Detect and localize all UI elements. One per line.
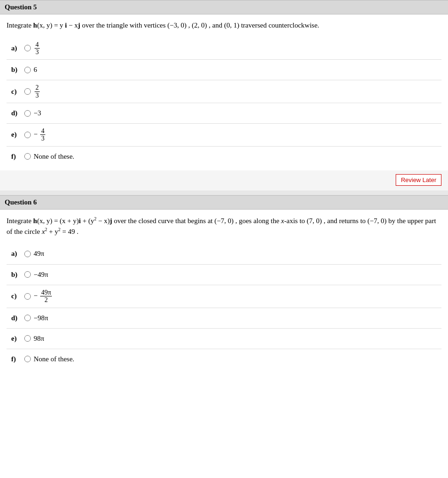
q5-j-vec: j (78, 21, 80, 29)
q5-label-d: d) (11, 109, 24, 117)
question-5-section: Question 5 Integrate h(x, y) = y i − xj … (0, 0, 448, 190)
q5-option-f: f) None of these. (7, 146, 441, 167)
q6-options-list: a) 49π b) −49π c) − 49π 2 (7, 244, 441, 369)
q5-option-a: a) 4 3 (7, 37, 441, 60)
q6-option-d: d) −98π (7, 308, 441, 328)
q6-radio-c[interactable] (24, 293, 31, 300)
q6-radio-f[interactable] (24, 356, 31, 362)
q5-option-b: b) 6 (7, 59, 441, 80)
q5-option-c: c) 2 3 (7, 80, 441, 103)
q6-radio-d[interactable] (24, 315, 31, 321)
q6-radio-a[interactable] (24, 251, 31, 257)
q5-option-e: e) − 4 3 (7, 123, 441, 146)
q5-label-b: b) (11, 66, 24, 74)
question-6-title: Question 6 (5, 198, 37, 206)
q6-option-e: e) 98π (7, 328, 441, 349)
q6-value-a: 49π (34, 250, 44, 258)
q6-text-intro: Integrate (7, 217, 33, 225)
q6-value-f: None of these. (34, 355, 74, 363)
question-6-body: Integrate h(x, y) = (x + y)i + (y2 − x)j… (0, 210, 448, 373)
q5-fraction-a: 4 3 (35, 41, 40, 56)
question-6-header: Question 6 (0, 195, 448, 210)
q6-option-a: a) 49π (7, 244, 441, 264)
q5-frac-a-den: 3 (35, 49, 40, 56)
q6-fraction-c: 49π 2 (40, 289, 52, 304)
q6-value-e: 98π (34, 335, 44, 343)
q5-value-e: − 4 3 (34, 127, 46, 142)
q6-option-c: c) − 49π 2 (7, 285, 441, 308)
q5-review-later-row: Review Later (0, 170, 448, 190)
q5-option-d: d) −3 (7, 103, 441, 123)
q5-radio-e[interactable] (24, 132, 31, 138)
q6-radio-b[interactable] (24, 271, 31, 278)
q5-value-f: None of these. (34, 153, 74, 161)
q6-option-b: b) −49π (7, 264, 441, 285)
q5-value-d: −3 (34, 109, 41, 117)
q5-review-later-label: Review Later (401, 176, 436, 183)
q5-minus: − x (67, 21, 78, 29)
q5-frac-c-num: 2 (35, 84, 40, 91)
question-5-body: Integrate h(x, y) = y i − xj over the tr… (0, 14, 448, 170)
q6-value-c: − 49π 2 (34, 289, 53, 304)
q5-options-list: a) 4 3 b) 6 c) (7, 37, 441, 167)
q5-value-c: 2 3 (34, 84, 41, 99)
q5-frac-a-num: 4 (35, 41, 40, 49)
q5-fraction-e: 4 3 (40, 127, 45, 142)
q6-plus: + (y2 − x) (81, 217, 110, 225)
q5-text-intro: Integrate (7, 21, 33, 29)
q6-frac-c-num: 49π (40, 289, 52, 296)
q5-radio-f[interactable] (24, 153, 31, 160)
q6-value-b: −49π (34, 271, 48, 279)
q6-label-f: f) (11, 355, 24, 363)
q5-math-xy: (x, y) = y (37, 21, 63, 29)
q5-label-e: e) (11, 131, 24, 139)
question-5-text: Integrate h(x, y) = y i − xj over the tr… (7, 20, 441, 31)
q6-radio-e[interactable] (24, 335, 31, 342)
q5-value-a: 4 3 (34, 41, 41, 56)
q5-radio-a[interactable] (24, 45, 31, 51)
question-5-title: Question 5 (5, 3, 37, 11)
question-6-section: Question 6 Integrate h(x, y) = (x + y)i … (0, 195, 448, 373)
q6-label-c: c) (11, 292, 24, 300)
q6-math-xy: (x, y) = (x + y) (37, 217, 78, 225)
q6-label-b: b) (11, 271, 24, 279)
q5-radio-d[interactable] (24, 110, 31, 117)
q6-label-a: a) (11, 250, 24, 258)
question-6-text: Integrate h(x, y) = (x + y)i + (y2 − x)j… (7, 215, 441, 237)
q5-text-rest: over the triangle with vertices (−3, 0) … (82, 21, 320, 29)
q5-frac-c-den: 3 (35, 92, 40, 99)
q5-label-a: a) (11, 44, 24, 52)
q5-radio-c[interactable] (24, 88, 31, 95)
q5-label-f: f) (11, 153, 24, 161)
q6-value-d: −98π (34, 314, 48, 322)
q5-label-c: c) (11, 88, 24, 96)
q6-frac-c-den: 2 (43, 296, 49, 303)
q5-frac-e-num: 4 (40, 127, 45, 135)
q5-radio-b[interactable] (24, 67, 31, 73)
q6-option-f: f) None of these. (7, 349, 441, 369)
q6-j-vec: j (110, 217, 112, 225)
q5-value-b: 6 (34, 66, 37, 74)
question-5-header: Question 5 (0, 0, 448, 14)
q5-frac-e-den: 3 (40, 135, 45, 142)
q6-label-d: d) (11, 314, 24, 322)
q6-label-e: e) (11, 335, 24, 343)
question-separator (0, 190, 448, 195)
q5-fraction-c: 2 3 (35, 84, 40, 99)
q5-review-later-button[interactable]: Review Later (396, 174, 441, 186)
